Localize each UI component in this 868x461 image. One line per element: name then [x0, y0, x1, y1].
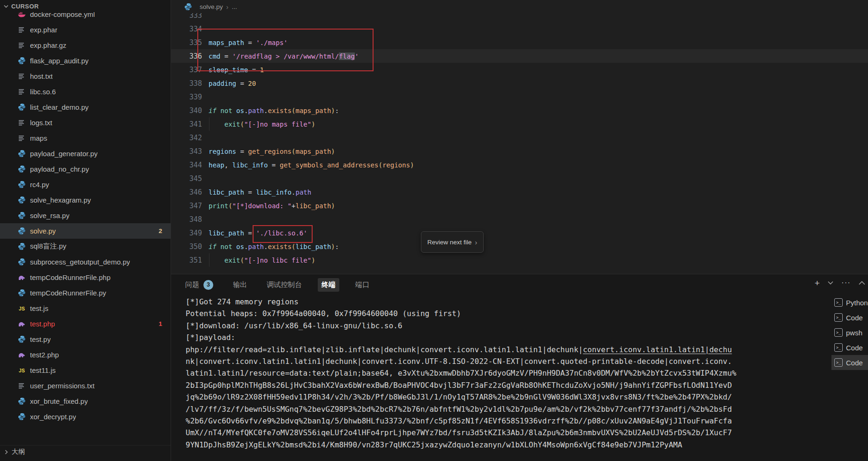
code-text: libc_path = libc_info.path	[202, 189, 311, 196]
code-line[interactable]: 343regions = get_regions(maps_path)	[171, 144, 868, 158]
file-item[interactable]: payload_no_chr.py	[0, 161, 171, 177]
file-name: libc.so.6	[30, 88, 56, 96]
terminal-instance[interactable]: >_Code	[831, 310, 868, 325]
file-item[interactable]: test.php1	[0, 316, 171, 332]
file-item[interactable]: xor_brute_fixed.py	[0, 393, 171, 409]
text-icon	[18, 119, 26, 127]
file-item[interactable]: host.txt	[0, 68, 171, 84]
text-icon	[18, 26, 26, 34]
python-icon	[18, 397, 26, 405]
terminal-label: Python	[846, 299, 868, 307]
file-item[interactable]: maps	[0, 130, 171, 146]
terminal-instance[interactable]: >_Code	[831, 340, 868, 355]
code-line[interactable]: 344heap, libc_info = get_symbols_and_add…	[171, 158, 868, 172]
python-icon	[18, 289, 26, 297]
terminal-line: /lv7/ff/3z/f/bewn5UsSMGnq7%2bevGZ98P3%2b…	[186, 403, 736, 415]
terminal-instance[interactable]: >_Python	[831, 295, 868, 310]
file-item[interactable]: JStest11.js	[0, 363, 171, 378]
terminal-line: [*]Got 274 memory regions	[186, 296, 736, 308]
file-name: test.js	[30, 304, 48, 312]
python-icon	[18, 165, 26, 173]
text-icon	[18, 72, 26, 80]
file-item[interactable]: test.py	[0, 332, 171, 347]
file-name: tempCodeRunnerFile.php	[30, 273, 111, 281]
code-line[interactable]: 342	[171, 131, 868, 144]
file-item[interactable]: exp.phar	[0, 22, 171, 38]
terminal-profile-dropdown[interactable]	[828, 281, 833, 285]
file-item[interactable]: flask_app_audit.py	[0, 53, 171, 68]
chevron-right-icon: ›	[475, 238, 477, 246]
file-item[interactable]: logs.txt	[0, 115, 171, 130]
file-item[interactable]: solve_rsa.py	[0, 208, 171, 223]
file-item[interactable]: exp.phar.gz	[0, 38, 171, 53]
file-item[interactable]: test2.php	[0, 347, 171, 363]
panel-tab[interactable]: 输出	[229, 278, 251, 292]
code-line[interactable]: 348	[171, 212, 868, 226]
line-number: 341	[171, 120, 202, 128]
code-line[interactable]: 347print("[*]download: "+libc_path)	[171, 199, 868, 212]
file-item[interactable]: solve_hexagram.py	[0, 192, 171, 208]
breadcrumb[interactable]: solve.py › ...	[171, 0, 868, 13]
file-item[interactable]: solve.py2	[0, 223, 171, 239]
review-next-file-button[interactable]: Review next file ›	[421, 231, 484, 253]
file-item[interactable]: JStest.js	[0, 301, 171, 316]
new-terminal-button[interactable]: +	[815, 279, 820, 287]
code-text: exit("[-]no maps file")	[202, 121, 315, 128]
python-icon	[18, 181, 26, 189]
code-line[interactable]: 346libc_path = libc_info.path	[171, 185, 868, 199]
python-icon	[184, 3, 192, 11]
more-actions-button[interactable]: ···	[841, 278, 851, 287]
explorer-section-header[interactable]: CURSOR	[0, 0, 171, 12]
terminal-instance[interactable]: >_Code	[831, 355, 868, 370]
panel-actions: + ···	[815, 278, 865, 287]
terminal-label: pwsh	[846, 329, 862, 337]
terminal-line: php://filter/read=zlib.inflate|zlib.infl…	[186, 344, 736, 355]
file-item[interactable]: libc.so.6	[0, 84, 171, 99]
code-line[interactable]: 340if not os.path.exists(maps_path):	[171, 104, 868, 117]
file-item[interactable]: user_permissions.txt	[0, 378, 171, 393]
file-item[interactable]: sql8盲注.py	[0, 239, 171, 254]
code-line[interactable]: 338padding = 20	[171, 76, 868, 90]
terminal-output[interactable]: [*]Got 274 memory regionsPotential heaps…	[186, 296, 736, 451]
terminal-line: %2b6/Gvc6Ov66vfv/e9%2bdvq%2ban1q/5/bhwb8…	[186, 415, 736, 427]
file-item[interactable]: payload_generator.py	[0, 146, 171, 161]
file-item[interactable]: tempCodeRunnerFile.php	[0, 270, 171, 285]
code-line[interactable]: 345	[171, 172, 868, 185]
file-name: tempCodeRunnerFile.py	[30, 289, 106, 297]
vscode-window: { "colors":{"modified":"#e2c08d","error"…	[0, 0, 868, 461]
file-name: sql8盲注.py	[30, 242, 67, 251]
panel-tab[interactable]: 终端	[318, 278, 339, 292]
php-icon	[18, 320, 26, 328]
file-item[interactable]: list_clear_demo.py	[0, 99, 171, 115]
panel-tab[interactable]: 端口	[352, 278, 373, 292]
file-name: maps	[30, 134, 47, 142]
terminal-icon: >_	[834, 298, 843, 307]
text-icon	[18, 41, 26, 49]
chevron-right-icon	[5, 450, 8, 454]
python-icon	[18, 103, 26, 111]
panel-tab[interactable]: 调试控制台	[263, 278, 306, 292]
file-item[interactable]: xor_decrypt.py	[0, 409, 171, 424]
file-item[interactable]: subprocess_getoutput_demo.py	[0, 254, 171, 270]
terminal-line: 2bI3pGp0hplM2hTHgB8s26LjHvC3bahX2Vax6bWr…	[186, 379, 736, 391]
code-line[interactable]: 339	[171, 90, 868, 104]
terminal-label: Code	[846, 314, 863, 322]
python-icon	[18, 212, 26, 219]
code-line[interactable]: 341 exit("[-]no maps file")	[171, 117, 868, 131]
code-line[interactable]: 351 exit("[-]no libc file")	[171, 253, 868, 267]
file-item[interactable]: tempCodeRunnerFile.py	[0, 285, 171, 301]
terminal-icon: >_	[834, 358, 843, 367]
line-number: 349	[171, 229, 202, 237]
file-name: host.txt	[30, 72, 52, 80]
file-name: solve.py	[30, 227, 56, 235]
text-icon	[18, 134, 26, 142]
terminal-instance[interactable]: >_pwsh	[831, 325, 868, 340]
maximize-panel-button[interactable]	[859, 281, 865, 285]
php-icon	[18, 273, 26, 281]
panel-tab[interactable]: 问题3	[181, 278, 217, 292]
python-icon	[18, 196, 26, 204]
indent-guide	[209, 253, 210, 267]
file-item[interactable]: rc4.py	[0, 177, 171, 192]
outline-section-header[interactable]: 大纲	[0, 445, 171, 459]
file-name: list_clear_demo.py	[30, 103, 89, 111]
